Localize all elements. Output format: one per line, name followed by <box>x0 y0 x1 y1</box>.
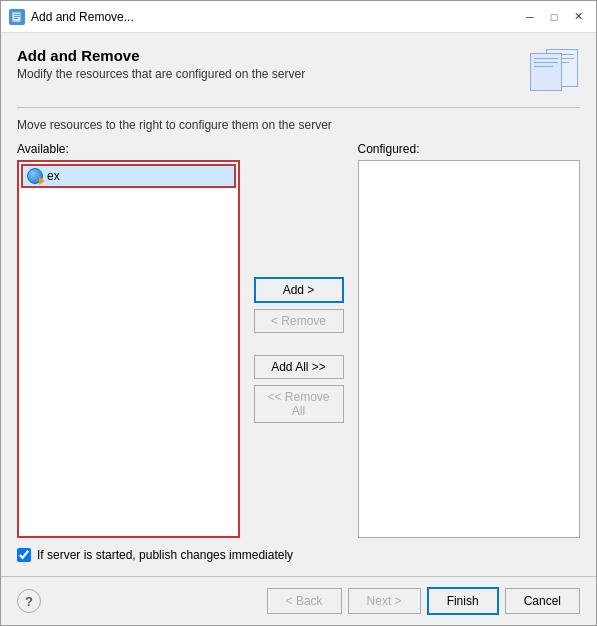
close-button[interactable]: ✕ <box>568 7 588 27</box>
arrow-icon <box>39 177 45 185</box>
next-button[interactable]: Next > <box>348 588 421 614</box>
header-divider <box>17 107 580 108</box>
finish-button[interactable]: Finish <box>427 587 499 615</box>
header-section: Add and Remove Modify the resources that… <box>17 47 580 95</box>
header-icon <box>528 47 580 95</box>
main-window: Add and Remove... ─ □ ✕ Add and Remove M… <box>0 0 597 626</box>
remove-all-button[interactable]: << Remove All <box>254 385 344 423</box>
cancel-button[interactable]: Cancel <box>505 588 580 614</box>
remove-button[interactable]: < Remove <box>254 309 344 333</box>
configured-list[interactable] <box>358 160 581 538</box>
maximize-button[interactable]: □ <box>544 7 564 27</box>
server-stack-icon <box>530 49 578 93</box>
back-button[interactable]: < Back <box>267 588 342 614</box>
help-button[interactable]: ? <box>17 589 41 613</box>
globe-with-arrow-icon <box>27 168 43 184</box>
window-icon <box>9 9 25 25</box>
middle-buttons: Add > < Remove Add All >> << Remove All <box>240 162 358 538</box>
configured-panel: Configured: <box>358 142 581 538</box>
add-all-button[interactable]: Add All >> <box>254 355 344 379</box>
title-bar: Add and Remove... ─ □ ✕ <box>1 1 596 33</box>
instructions-text: Move resources to the right to configure… <box>17 118 580 132</box>
publish-checkbox-label: If server is started, publish changes im… <box>37 548 293 562</box>
header-subtitle: Modify the resources that are configured… <box>17 67 528 81</box>
list-item[interactable]: ex <box>21 164 236 188</box>
list-item-text: ex <box>47 169 60 183</box>
globe-icon <box>27 168 43 184</box>
bottom-bar: ? < Back Next > Finish Cancel <box>1 576 596 625</box>
available-list[interactable]: ex <box>17 160 240 538</box>
publish-checkbox[interactable] <box>17 548 31 562</box>
icon-page-front <box>530 53 562 91</box>
header-left: Add and Remove Modify the resources that… <box>17 47 528 81</box>
add-button[interactable]: Add > <box>254 277 344 303</box>
available-panel: Available: ex <box>17 142 240 538</box>
svg-rect-3 <box>14 18 18 19</box>
content-area: Add and Remove Modify the resources that… <box>1 33 596 576</box>
available-label: Available: <box>17 142 240 156</box>
checkbox-row: If server is started, publish changes im… <box>17 548 580 562</box>
svg-rect-1 <box>14 14 20 15</box>
window-controls: ─ □ ✕ <box>520 7 588 27</box>
configured-label: Configured: <box>358 142 581 156</box>
svg-rect-2 <box>14 16 20 17</box>
minimize-button[interactable]: ─ <box>520 7 540 27</box>
window-title: Add and Remove... <box>31 10 520 24</box>
panels-area: Available: ex Add > < Remove <box>17 142 580 538</box>
header-title: Add and Remove <box>17 47 528 64</box>
